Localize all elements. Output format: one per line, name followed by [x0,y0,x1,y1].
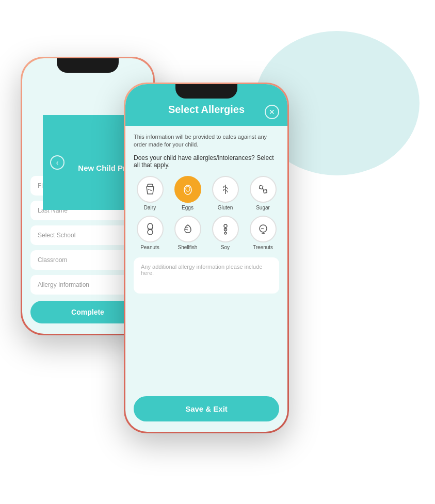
svg-point-6 [148,230,153,235]
svg-point-1 [184,185,191,194]
soy-label: Soy [221,245,230,250]
question-text: Does your child have allergies/intoleran… [134,154,279,169]
soy-icon-wrap [212,216,239,242]
eggs-label: Eggs [182,205,194,210]
treenuts-icon-wrap [250,216,277,242]
dairy-label: Dairy [144,205,156,210]
svg-rect-3 [259,185,263,189]
allergy-item-gluten[interactable]: Gluten [209,176,241,210]
svg-point-9 [224,232,227,234]
modal-title: Select Allergies [168,104,245,115]
back-button[interactable]: ‹ [50,155,65,170]
info-text: This information will be provided to caf… [134,133,279,149]
eggs-icon-wrap [174,176,201,203]
peanuts-label: Peanuts [140,245,159,250]
svg-point-2 [186,186,190,191]
allergy-item-sugar[interactable]: Sugar [247,176,279,210]
allergy-item-treenuts[interactable]: Treenuts [247,216,279,250]
notch-1 [57,58,119,73]
allergy-item-eggs[interactable]: Eggs [171,176,204,210]
notch-2 [175,84,237,99]
modal-body: This information will be provided to caf… [125,126,287,390]
sugar-label: Sugar [256,205,270,210]
additional-allergy-box[interactable]: Any additional allergy information pleas… [134,257,279,294]
screen-2: Select Allergies ✕ This information will… [125,84,287,432]
save-exit-button[interactable]: Save & Exit [134,396,279,421]
peanuts-icon-wrap [137,216,164,242]
svg-point-7 [224,224,227,227]
scene: ‹ New Child Profile 🐣 ↓ First Name La [0,0,435,504]
allergy-grid: Dairy Eggs [134,176,279,250]
allergy-item-peanuts[interactable]: Peanuts [134,216,166,250]
sugar-icon-wrap [250,176,277,203]
allergy-item-dairy[interactable]: Dairy [134,176,166,210]
svg-rect-4 [263,189,267,193]
allergy-item-soy[interactable]: Soy [209,216,241,250]
dairy-icon-wrap [137,176,164,203]
gluten-icon-wrap [212,176,239,203]
svg-point-5 [148,223,153,230]
shellfish-label: Shellfish [178,245,198,250]
gluten-label: Gluten [218,205,233,210]
close-button[interactable]: ✕ [265,105,279,119]
treenuts-label: Treenuts [253,245,273,250]
phone-foreground: Select Allergies ✕ This information will… [124,83,289,433]
allergy-item-shellfish[interactable]: Shellfish [171,216,204,250]
shellfish-icon-wrap [174,216,201,242]
